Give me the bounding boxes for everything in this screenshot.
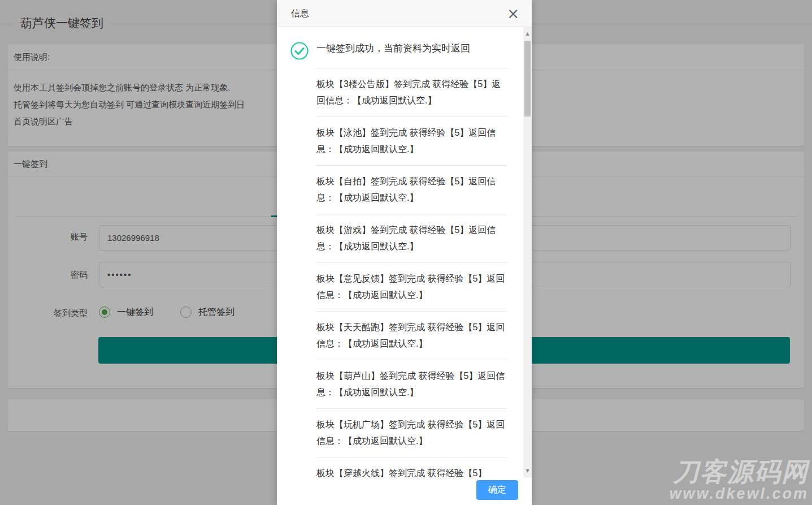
result-row: 板块【玩机广场】签到完成 获得经验【5】返回信息：【成功返回默认空.】 — [316, 409, 507, 457]
success-message: 一键签到成功，当前资料为实时返回 — [316, 43, 470, 54]
result-row: 板块【游戏】签到完成 获得经验【5】返回信息：【成功返回默认空.】 — [316, 214, 507, 263]
dialog-scroll-area: 一键签到成功，当前资料为实时返回 板块【3楼公告版】签到完成 获得经验【5】返回… — [277, 27, 532, 478]
success-check-icon — [290, 42, 309, 60]
message-dialog: 信息 × 一键签到成功，当前资料为实时返回 板块【3楼公告版】签到完成 获得经验… — [277, 0, 532, 505]
result-row: 板块【泳池】签到完成 获得经验【5】返回信息：【成功返回默认空.】 — [316, 117, 507, 166]
dialog-footer: 确定 — [277, 478, 532, 505]
result-row: 板块【天天酷跑】签到完成 获得经验【5】返回信息：【成功返回默认空.】 — [316, 312, 507, 360]
dialog-title: 信息 — [291, 8, 309, 18]
scroll-up-icon[interactable]: ▲ — [523, 29, 532, 38]
close-icon[interactable]: × — [503, 0, 523, 27]
scrollbar-track[interactable]: ▲ ▼ — [523, 27, 532, 478]
result-row: 板块【自拍】签到完成 获得经验【5】返回信息：【成功返回默认空.】 — [316, 166, 507, 214]
scroll-down-icon[interactable]: ▼ — [523, 467, 532, 476]
result-row: 板块【3楼公告版】签到完成 获得经验【5】返回信息：【成功返回默认空.】 — [316, 68, 507, 117]
result-row: 板块【葫芦山】签到完成 获得经验【5】返回信息：【成功返回默认空.】 — [316, 360, 507, 409]
screen: 葫芦侠一键签到 使用说明: 使用本工具签到会顶掉您之前账号的登录状态 为正常现象… — [0, 0, 812, 505]
success-row: 一键签到成功，当前资料为实时返回 — [316, 27, 507, 68]
ok-button[interactable]: 确定 — [476, 480, 518, 500]
dialog-header: 信息 × — [277, 0, 532, 27]
result-row: 板块【穿越火线】签到完成 获得经验【5】 — [316, 457, 507, 478]
scrollbar-thumb[interactable] — [524, 41, 531, 116]
result-row: 板块【意见反馈】签到完成 获得经验【5】返回信息：【成功返回默认空.】 — [316, 263, 507, 312]
result-list: 一键签到成功，当前资料为实时返回 板块【3楼公告版】签到完成 获得经验【5】返回… — [277, 27, 523, 478]
